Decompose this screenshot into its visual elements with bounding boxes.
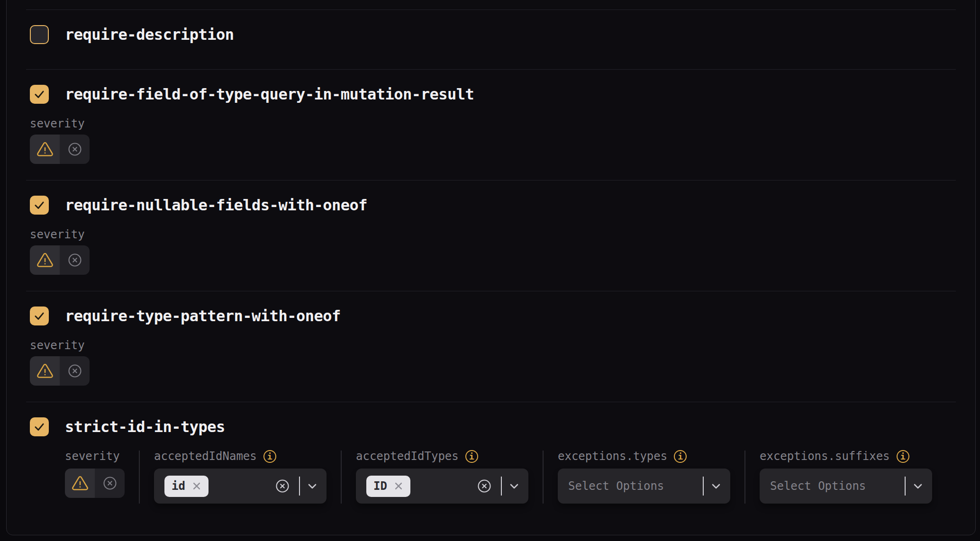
circle-x-icon — [68, 364, 82, 378]
info-icon[interactable]: i — [263, 450, 276, 463]
rule-name: strict-id-in-types — [65, 417, 225, 436]
select-divider — [501, 477, 502, 496]
field-group-divider — [139, 451, 140, 504]
checkmark-icon — [33, 310, 45, 322]
warning-triangle-icon — [36, 141, 54, 158]
chevron-down-icon[interactable] — [509, 483, 519, 489]
rule-checkbox[interactable] — [30, 85, 49, 104]
circle-x-clear-icon[interactable] — [275, 479, 290, 493]
severity-off-button[interactable] — [60, 356, 90, 386]
rule-checkbox[interactable] — [30, 196, 49, 215]
chevron-down-icon[interactable] — [308, 483, 317, 489]
severity-label: severity — [65, 451, 120, 462]
select-divider — [299, 477, 300, 496]
severity-warn-button[interactable] — [30, 135, 60, 164]
severity-label: severity — [30, 340, 85, 351]
circle-x-icon — [103, 476, 117, 490]
severity-toggle — [30, 356, 90, 386]
checkmark-icon — [33, 199, 45, 211]
circle-x-icon — [68, 142, 82, 156]
rule-name: require-nullable-fields-with-oneof — [65, 196, 367, 215]
rule-row: require-description — [7, 10, 975, 69]
remove-tag-icon[interactable] — [192, 481, 201, 491]
checkmark-icon — [33, 88, 45, 100]
tag-label: ID — [373, 479, 387, 493]
severity-warn-button[interactable] — [65, 469, 95, 498]
rule-name: require-description — [65, 25, 234, 44]
chevron-down-icon[interactable] — [913, 483, 923, 489]
info-icon[interactable]: i — [674, 450, 687, 463]
tag-chip: ID — [366, 476, 410, 497]
rule-name: require-field-of-type-query-in-mutation-… — [65, 85, 474, 104]
info-icon[interactable]: i — [897, 450, 909, 463]
rule-checkbox[interactable] — [30, 307, 49, 325]
exceptions-suffixes-select[interactable]: Select Options — [760, 469, 932, 504]
rule-row: require-field-of-type-query-in-mutation-… — [7, 70, 975, 180]
checkmark-icon — [33, 421, 45, 433]
rule-row: strict-id-in-types severity — [7, 402, 975, 535]
remove-tag-icon[interactable] — [394, 481, 403, 491]
severity-off-button[interactable] — [60, 135, 90, 164]
severity-label: severity — [30, 118, 85, 129]
chevron-down-icon[interactable] — [711, 483, 721, 489]
select-divider — [905, 477, 906, 496]
info-icon[interactable]: i — [465, 450, 478, 463]
field-label: acceptedIdNames — [154, 451, 257, 462]
warning-triangle-icon — [36, 362, 54, 379]
warning-triangle-icon — [36, 252, 54, 269]
exceptions-types-select[interactable]: Select Options — [558, 469, 730, 504]
select-placeholder: Select Options — [770, 479, 866, 493]
tag-chip: id — [164, 476, 209, 497]
severity-off-button[interactable] — [60, 245, 90, 275]
tag-label: id — [172, 479, 185, 493]
severity-toggle — [30, 135, 90, 164]
field-label: exceptions.types — [558, 451, 667, 462]
field-label: acceptedIdTypes — [356, 451, 459, 462]
field-group-divider — [543, 451, 544, 504]
circle-x-icon — [68, 253, 82, 267]
severity-warn-button[interactable] — [30, 356, 60, 386]
severity-label: severity — [30, 229, 85, 240]
rule-checkbox[interactable] — [30, 417, 49, 436]
field-label: exceptions.suffixes — [760, 451, 890, 462]
accepted-id-names-select[interactable]: id — [154, 469, 327, 504]
field-group-divider — [744, 451, 745, 504]
severity-toggle — [65, 469, 125, 498]
rule-checkbox[interactable] — [30, 25, 49, 44]
accepted-id-types-select[interactable]: ID — [356, 469, 528, 504]
severity-toggle — [30, 245, 90, 275]
select-divider — [703, 477, 704, 496]
circle-x-clear-icon[interactable] — [477, 479, 491, 493]
select-placeholder: Select Options — [568, 479, 664, 493]
rules-config-card: require-description require-field-of-typ… — [6, 0, 976, 535]
rule-row: require-type-pattern-with-oneof severity — [7, 291, 975, 402]
rule-name: require-type-pattern-with-oneof — [65, 307, 341, 325]
field-group-divider — [341, 451, 342, 504]
severity-off-button[interactable] — [95, 469, 125, 498]
rule-row: require-nullable-fields-with-oneof sever… — [7, 180, 975, 291]
warning-triangle-icon — [72, 475, 89, 492]
severity-warn-button[interactable] — [30, 245, 60, 275]
